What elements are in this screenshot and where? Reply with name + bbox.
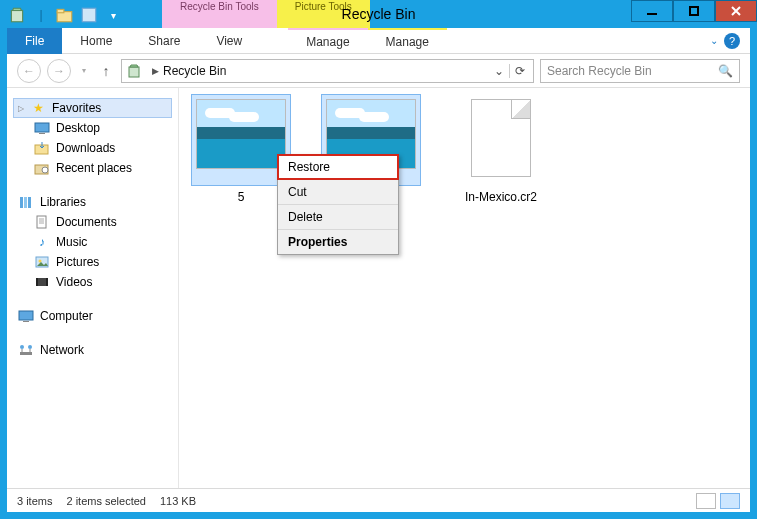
status-item-count: 3 items [17, 495, 52, 507]
nav-label: Computer [40, 309, 93, 323]
ribbon-tab-manage-recycle[interactable]: Manage [288, 28, 367, 54]
svg-rect-15 [37, 216, 46, 228]
properties-icon[interactable] [80, 6, 98, 24]
nav-item-music[interactable]: ♪ Music [13, 232, 172, 252]
music-icon: ♪ [34, 234, 50, 250]
refresh-button[interactable]: ⟳ [509, 64, 529, 78]
ribbon-tab-manage-picture[interactable]: Manage [368, 28, 447, 54]
nav-network[interactable]: Network [13, 340, 172, 360]
file-item[interactable]: 5 [191, 94, 291, 204]
svg-rect-19 [36, 278, 38, 286]
nav-computer[interactable]: Computer [13, 306, 172, 326]
svg-rect-20 [46, 278, 48, 286]
svg-rect-5 [690, 7, 698, 15]
file-name: In-Mexico.cr2 [451, 190, 551, 204]
help-icon[interactable]: ? [724, 33, 740, 49]
network-icon [18, 342, 34, 358]
up-button[interactable]: ↑ [97, 63, 115, 79]
svg-rect-12 [20, 197, 23, 208]
file-tab[interactable]: File [7, 28, 62, 54]
navigation-pane: ▷ ★ Favorites Desktop Downloads Recent p… [7, 88, 179, 488]
favorites-star-icon: ★ [30, 100, 46, 116]
svg-point-24 [28, 345, 32, 349]
content-area[interactable]: 5 In-Mexico.cr2 Restore Cut Delete Prope… [179, 88, 750, 488]
search-input[interactable]: Search Recycle Bin 🔍 [540, 59, 740, 83]
nav-favorites[interactable]: ▷ ★ Favorites [13, 98, 172, 118]
svg-point-17 [39, 260, 42, 263]
forward-button[interactable]: → [47, 59, 71, 83]
recycle-bin-icon [126, 63, 142, 79]
navigation-bar: ← → ▾ ↑ ▶ Recycle Bin ⌄ ⟳ Search Recycle… [7, 54, 750, 88]
nav-item-label: Documents [56, 215, 117, 229]
search-placeholder: Search Recycle Bin [547, 64, 652, 78]
address-dropdown-icon[interactable]: ⌄ [489, 64, 509, 78]
context-menu: Restore Cut Delete Properties [277, 154, 399, 255]
close-button[interactable] [715, 0, 757, 22]
back-button[interactable]: ← [17, 59, 41, 83]
svg-rect-14 [28, 197, 31, 208]
file-item[interactable]: In-Mexico.cr2 [451, 94, 551, 204]
nav-item-videos[interactable]: Videos [13, 272, 172, 292]
file-icon [471, 99, 531, 177]
maximize-button[interactable] [673, 0, 715, 22]
nav-label: Network [40, 343, 84, 357]
svg-rect-4 [647, 13, 657, 15]
contextual-tab-recycle-bin-tools[interactable]: Recycle Bin Tools [162, 0, 277, 30]
desktop-icon [34, 120, 50, 136]
nav-label: Favorites [52, 101, 101, 115]
svg-rect-6 [129, 67, 139, 77]
svg-point-23 [20, 345, 24, 349]
svg-rect-2 [57, 9, 64, 12]
ribbon-tab-view[interactable]: View [198, 28, 260, 54]
downloads-icon [34, 140, 50, 156]
search-icon: 🔍 [718, 64, 733, 78]
address-bar[interactable]: ▶ Recycle Bin ⌄ ⟳ [121, 59, 534, 83]
svg-rect-13 [24, 197, 27, 208]
collapse-icon: ▷ [18, 104, 24, 113]
svg-point-11 [42, 167, 48, 173]
computer-icon [18, 308, 34, 324]
svg-rect-22 [23, 321, 29, 322]
new-folder-icon[interactable] [56, 6, 74, 24]
overflow-icon[interactable]: ▾ [104, 6, 122, 24]
breadcrumb-location[interactable]: Recycle Bin [163, 64, 226, 78]
status-size: 113 KB [160, 495, 196, 507]
nav-item-desktop[interactable]: Desktop [13, 118, 172, 138]
nav-item-label: Music [56, 235, 87, 249]
videos-icon [34, 274, 50, 290]
context-menu-cut[interactable]: Cut [278, 179, 398, 204]
breadcrumb-chevron-icon[interactable]: ▶ [152, 66, 159, 76]
contextual-tab-label: Recycle Bin Tools [180, 1, 259, 13]
context-menu-delete[interactable]: Delete [278, 204, 398, 229]
ribbon-tab-home[interactable]: Home [62, 28, 130, 54]
svg-rect-0 [11, 11, 22, 22]
window-title: Recycle Bin [279, 6, 479, 22]
nav-item-pictures[interactable]: Pictures [13, 252, 172, 272]
recycle-bin-small-icon [8, 6, 26, 24]
nav-item-recent-places[interactable]: Recent places [13, 158, 172, 178]
minimize-button[interactable] [631, 0, 673, 22]
libraries-icon [18, 194, 34, 210]
svg-rect-21 [19, 311, 33, 320]
context-menu-properties[interactable]: Properties [278, 229, 398, 254]
svg-rect-8 [39, 133, 45, 134]
nav-item-documents[interactable]: Documents [13, 212, 172, 232]
recent-places-icon [34, 160, 50, 176]
documents-icon [34, 214, 50, 230]
status-selection: 2 items selected [66, 495, 145, 507]
nav-item-label: Downloads [56, 141, 115, 155]
svg-rect-7 [35, 123, 49, 132]
ribbon-expand-icon[interactable]: ⌄ [710, 35, 718, 46]
pictures-icon [34, 254, 50, 270]
ribbon: File Home Share View Manage Manage ⌄ ? [7, 28, 750, 54]
status-bar: 3 items 2 items selected 113 KB [7, 488, 750, 512]
view-large-icons-button[interactable] [720, 493, 740, 509]
history-dropdown[interactable]: ▾ [77, 59, 91, 83]
file-name: 5 [191, 190, 291, 204]
svg-rect-3 [82, 8, 96, 22]
nav-libraries[interactable]: Libraries [13, 192, 172, 212]
view-details-button[interactable] [696, 493, 716, 509]
ribbon-tab-share[interactable]: Share [130, 28, 198, 54]
nav-item-downloads[interactable]: Downloads [13, 138, 172, 158]
context-menu-restore[interactable]: Restore [278, 155, 398, 179]
